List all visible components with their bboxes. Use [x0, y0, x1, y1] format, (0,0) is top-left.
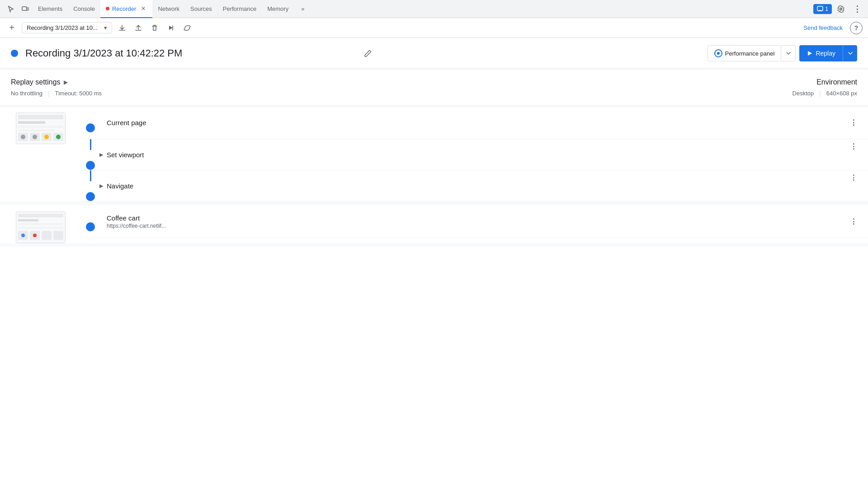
svg-rect-24: [42, 231, 52, 240]
svg-rect-7: [18, 126, 63, 128]
svg-rect-8: [18, 129, 54, 131]
step-group-coffee-cart: Coffee cart https://coffee-cart.netlif..…: [0, 205, 868, 247]
replay-button[interactable]: Replay: [799, 45, 843, 61]
recording-title: Recording 3/1/2023 at 10:42:22 PM: [25, 47, 359, 59]
settings-separator: |: [48, 90, 49, 97]
group1-title-row: Current page ⋮: [81, 106, 868, 139]
cursor-icon[interactable]: [4, 2, 18, 16]
help-button[interactable]: ?: [850, 22, 863, 34]
tab-performance[interactable]: Performance: [217, 0, 262, 18]
env-separator: |: [819, 90, 821, 97]
play-step-button[interactable]: [165, 22, 177, 34]
group2-main-col: Coffee cart https://coffee-cart.netlif..…: [81, 205, 868, 243]
export-button[interactable]: [116, 22, 128, 34]
tab-network[interactable]: Network: [152, 0, 185, 18]
group1-thumbnail: [16, 113, 66, 144]
group1-wrapper: Current page ⋮ ▶ Set viewport: [0, 106, 868, 202]
step-navigate-content: ▶ Navigate: [99, 170, 846, 201]
step-viewport-menu-button[interactable]: ⋮: [846, 139, 861, 154]
performance-panel-button[interactable]: Performance panel: [708, 45, 782, 61]
devtools-tab-bar: Elements Console Recorder ✕ Network Sour…: [0, 0, 868, 18]
svg-point-15: [44, 135, 49, 139]
recording-header: Recording 3/1/2023 at 10:42:22 PM Perfor…: [0, 38, 868, 69]
svg-rect-19: [18, 219, 38, 221]
step-viewport-label-row: ▶ Set viewport: [99, 151, 144, 159]
environment-section: Environment Desktop | 640×608 px: [793, 78, 857, 97]
group2-url: https://coffee-cart.netlif...: [107, 223, 839, 229]
step-navigate-timeline: [81, 170, 99, 201]
tab-sources[interactable]: Sources: [185, 0, 217, 18]
settings-icon[interactable]: [834, 2, 848, 16]
group1-menu-button[interactable]: ⋮: [846, 115, 861, 130]
more-menu-icon[interactable]: ⋮: [850, 2, 864, 16]
step-navigate-dot: [86, 192, 95, 201]
step-viewport-dot: [86, 161, 95, 170]
svg-point-27: [33, 234, 37, 237]
chat-badge-button[interactable]: 1: [813, 4, 832, 14]
group1-title-content: Current page: [99, 119, 846, 127]
header-right-actions: Performance panel Replay: [708, 45, 857, 61]
step-viewport-content: ▶ Set viewport: [99, 139, 846, 170]
step-viewport-label: Set viewport: [107, 151, 144, 159]
performance-panel-dropdown[interactable]: [781, 45, 796, 61]
recorder-active-dot: [106, 7, 109, 10]
step-group-current-page: Current page ⋮ ▶ Set viewport: [0, 106, 868, 205]
svg-point-14: [33, 135, 37, 139]
settings-expand-icon: ▶: [64, 79, 68, 85]
tab-elements[interactable]: Elements: [33, 0, 68, 18]
tl-line-top-2: [90, 170, 91, 181]
group2-title-row: Coffee cart https://coffee-cart.netlif..…: [81, 205, 868, 238]
import-button[interactable]: [132, 22, 145, 34]
environment-title: Environment: [793, 78, 857, 86]
replay-settings-detail: No throttling | Timeout: 5000 ms: [11, 90, 793, 97]
loop-button[interactable]: [181, 22, 193, 34]
step-set-viewport: ▶ Set viewport ⋮: [81, 139, 868, 170]
group2-title-label: Coffee cart: [107, 214, 140, 222]
recording-selector[interactable]: Recording 3/1/2023 at 10... ▾: [22, 22, 112, 33]
replay-dropdown-button[interactable]: [843, 45, 857, 61]
step-navigate: ▶ Navigate ⋮: [81, 170, 868, 202]
svg-rect-6: [18, 121, 45, 124]
step-viewport-timeline: [81, 139, 99, 170]
group2-wrapper: Coffee cart https://coffee-cart.netlif..…: [0, 205, 868, 243]
environment-detail: Desktop | 640×608 px: [793, 90, 857, 97]
step-navigate-label: Navigate: [107, 182, 133, 190]
svg-rect-21: [18, 227, 63, 229]
group1-dot: [86, 123, 95, 132]
step-navigate-label-row: ▶ Navigate: [99, 182, 133, 190]
send-feedback-link[interactable]: Send feedback: [803, 24, 843, 31]
replay-btn-group: Replay: [799, 45, 857, 61]
svg-rect-1: [27, 8, 28, 10]
group1-title-timeline: [81, 113, 99, 132]
tab-right-icons: 1 ⋮: [813, 2, 864, 16]
tab-more[interactable]: »: [296, 0, 310, 18]
tab-console[interactable]: Console: [68, 0, 100, 18]
step-navigate-menu-button[interactable]: ⋮: [846, 170, 861, 185]
group1-main-col: Current page ⋮ ▶ Set viewport: [81, 106, 868, 202]
edit-recording-title-button[interactable]: [363, 48, 373, 59]
replay-settings-title[interactable]: Replay settings ▶: [11, 78, 793, 86]
step-viewport-expand-icon[interactable]: ▶: [99, 152, 103, 158]
group2-thumbnail-col: [0, 205, 81, 243]
group2-thumbnail: [16, 211, 66, 243]
svg-rect-0: [22, 7, 27, 10]
tab-recorder[interactable]: Recorder ✕: [100, 0, 152, 18]
svg-point-16: [56, 135, 61, 139]
delete-button[interactable]: [148, 22, 161, 34]
svg-rect-5: [18, 115, 63, 119]
group2-menu-button[interactable]: ⋮: [846, 214, 861, 229]
group2-title-content: Coffee cart https://coffee-cart.netlif..…: [99, 214, 846, 229]
add-recording-button[interactable]: +: [5, 22, 18, 34]
svg-rect-20: [18, 223, 63, 225]
group1-thumbnail-col: [0, 106, 81, 202]
tab-memory[interactable]: Memory: [262, 0, 294, 18]
device-toggle-icon[interactable]: [18, 2, 33, 16]
performance-panel-btn-group: Performance panel: [708, 45, 796, 61]
dropdown-arrow-icon: ▾: [104, 24, 107, 31]
svg-rect-25: [53, 231, 63, 240]
replay-settings-section: Replay settings ▶ No throttling | Timeou…: [0, 69, 868, 106]
group2-title-timeline: [81, 211, 99, 231]
step-navigate-expand-icon[interactable]: ▶: [99, 183, 103, 189]
recording-status-dot: [11, 50, 18, 57]
tab-recorder-close[interactable]: ✕: [140, 5, 147, 12]
